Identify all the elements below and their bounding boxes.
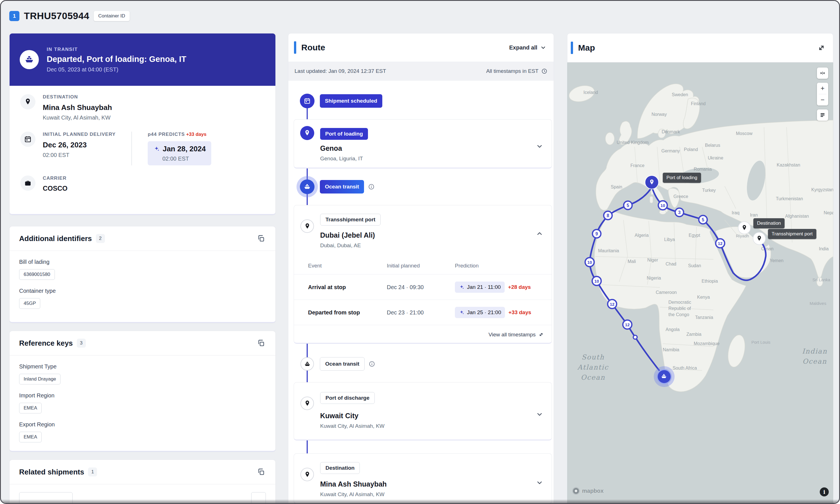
zoom-out-button[interactable]: − xyxy=(817,94,828,106)
svg-text:Germany: Germany xyxy=(661,148,680,153)
svg-text:Ukraine: Ukraine xyxy=(708,156,723,160)
event-delta: +28 days xyxy=(508,284,531,290)
copy-icon[interactable] xyxy=(256,467,266,477)
page-header: 1 TRHU5705944 Container ID xyxy=(9,11,130,21)
chevron-down-icon[interactable] xyxy=(536,411,543,419)
map-panel-header: Map xyxy=(567,33,833,62)
destination-card[interactable]: Destination Mina Ash Shuaybah Kuwait Cit… xyxy=(294,453,552,504)
svg-text:Norway: Norway xyxy=(651,112,667,117)
event-name: Arrival at stop xyxy=(308,284,346,290)
port-of-loading-badge: Port of loading xyxy=(320,128,368,140)
info-icon[interactable] xyxy=(369,361,375,367)
port-of-discharge-badge: Port of discharge xyxy=(320,392,375,404)
svg-text:France: France xyxy=(630,163,644,168)
status-header: IN TRANSIT Departed, Port of loading: Ge… xyxy=(10,34,275,86)
port-of-discharge-card[interactable]: Port of discharge Kuwait City Kuwait Cit… xyxy=(294,382,552,440)
copy-icon[interactable] xyxy=(256,234,266,243)
status-label: IN TRANSIT xyxy=(47,47,186,52)
delivery-row: INITIAL PLANNED DELIVERY Dec 26, 2023 02… xyxy=(10,121,275,165)
copy-icon[interactable] xyxy=(256,338,266,348)
chevron-up-icon[interactable] xyxy=(536,230,543,238)
event-prediction: Jan 21 · 11:00 xyxy=(467,284,501,290)
ocean-transit-1-badge: Ocean transit xyxy=(320,180,375,194)
carrier-label: CARRIER xyxy=(43,176,68,181)
status-date: Dec 05, 2023 at 04:00 (EST) xyxy=(47,66,186,73)
svg-text:Afghanistan: Afghanistan xyxy=(785,214,809,218)
svg-text:Cameroon: Cameroon xyxy=(656,290,677,295)
additional-identifiers-count: 2 xyxy=(96,234,105,243)
fit-bounds-button[interactable] xyxy=(817,68,828,79)
stop-location: Genoa, Liguria, IT xyxy=(320,156,363,162)
mapbox-icon xyxy=(572,487,580,495)
ocean-transit-2-badge: Ocean transit xyxy=(320,357,375,371)
vessel-marker[interactable] xyxy=(654,366,675,387)
status-title: Departed, Port of loading: Genoa, IT xyxy=(47,55,186,64)
svg-text:Republic of: Republic of xyxy=(668,306,691,311)
prediction-time: 02:00 EST xyxy=(162,156,205,162)
loading-node-pin-icon xyxy=(300,126,314,140)
destination-marker[interactable] xyxy=(738,222,751,234)
port-of-loading-marker[interactable] xyxy=(645,176,659,189)
map-svg: Iceland Norway Sweden Finland Denmark Un… xyxy=(567,62,833,504)
chevron-down-icon[interactable] xyxy=(536,143,543,151)
transshipment-marker[interactable] xyxy=(753,232,766,245)
svg-text:United Kingdom: United Kingdom xyxy=(616,140,649,145)
reference-keys-title: Reference keys xyxy=(19,339,73,348)
sparkle-icon xyxy=(459,310,464,315)
map-canvas[interactable]: Iceland Norway Sweden Finland Denmark Un… xyxy=(567,62,833,504)
chevron-down-icon[interactable] xyxy=(536,479,543,487)
svg-text:10: 10 xyxy=(587,260,592,265)
svg-text:Indian: Indian xyxy=(802,347,827,355)
related-shipments-card: Related shipments 1 xyxy=(9,460,276,504)
view-all-timestamps-link[interactable]: View all timestamps xyxy=(488,331,544,338)
reference-keys-count: 3 xyxy=(77,339,86,348)
port-of-loading-card[interactable]: Port of loading Genoa Genoa, Liguria, IT xyxy=(294,119,552,168)
transshipment-node-pin-icon xyxy=(301,219,314,233)
svg-text:Mali: Mali xyxy=(628,259,636,264)
svg-text:Yemen: Yemen xyxy=(770,258,784,263)
svg-text:10: 10 xyxy=(661,203,665,208)
svg-text:Romania: Romania xyxy=(694,167,712,172)
map-attribution-info-icon[interactable]: i xyxy=(820,487,829,497)
svg-text:Oman: Oman xyxy=(761,246,774,251)
expand-all-button[interactable]: Expand all xyxy=(509,44,546,51)
event-name: Departed from stop xyxy=(308,309,360,316)
svg-text:Namibia: Namibia xyxy=(663,347,679,352)
field-label: Import Region xyxy=(19,392,266,399)
svg-text:Zambia: Zambia xyxy=(686,332,701,337)
carrier-row: CARRIER COSCO xyxy=(10,165,275,192)
reference-keys-card: Reference keys 3 Shipment Type Inland Dr… xyxy=(9,331,276,452)
svg-text:Nigeria: Nigeria xyxy=(647,276,661,281)
field-value-chip: EMEA xyxy=(19,403,42,413)
svg-text:Chad: Chad xyxy=(666,262,676,266)
mapbox-logo[interactable]: mapbox xyxy=(572,487,604,495)
clock-icon xyxy=(541,68,548,74)
svg-text:South Africa: South Africa xyxy=(673,366,697,371)
stop-name: Dubai (Jebel Ali) xyxy=(320,231,375,239)
svg-text:Ocean: Ocean xyxy=(802,358,827,365)
destination-name: Mina Ash Shuaybah xyxy=(43,103,112,112)
sparkle-icon xyxy=(459,284,464,290)
event-initial: Dec 24 · 09:30 xyxy=(387,284,424,290)
initial-planned-date: Dec 26, 2023 xyxy=(43,141,115,149)
p44-predicts-label: p44 PREDICTS xyxy=(148,132,185,137)
ocean-transit-2-label: Ocean transit xyxy=(320,357,364,371)
info-icon[interactable] xyxy=(368,183,375,190)
map-expand-icon[interactable] xyxy=(817,43,826,52)
view-all-label: View all timestamps xyxy=(488,331,536,338)
field-label: Export Region xyxy=(19,421,266,428)
transshipment-card[interactable]: Transshipment port Dubai (Jebel Ali) Dub… xyxy=(294,205,552,344)
bottom-shade xyxy=(1,499,839,503)
destination-location: Kuwait City, Al Asimah, KW xyxy=(43,114,112,121)
prediction-chip: Jan 25 · 21:00 xyxy=(455,307,505,318)
map-layers-button[interactable] xyxy=(817,109,828,121)
table-row: Departed from stop Dec 23 · 21:00 Jan 25… xyxy=(294,300,552,325)
svg-text:Sweden: Sweden xyxy=(672,92,688,97)
svg-text:Kazakhstan: Kazakhstan xyxy=(777,163,800,167)
zoom-in-button[interactable]: + xyxy=(817,83,828,94)
svg-text:Mauritania: Mauritania xyxy=(598,248,619,253)
svg-text:Moscow: Moscow xyxy=(736,131,752,136)
route-dot xyxy=(633,335,637,339)
related-shipments-title: Related shipments xyxy=(19,468,84,476)
carrier-name: COSCO xyxy=(43,184,68,192)
